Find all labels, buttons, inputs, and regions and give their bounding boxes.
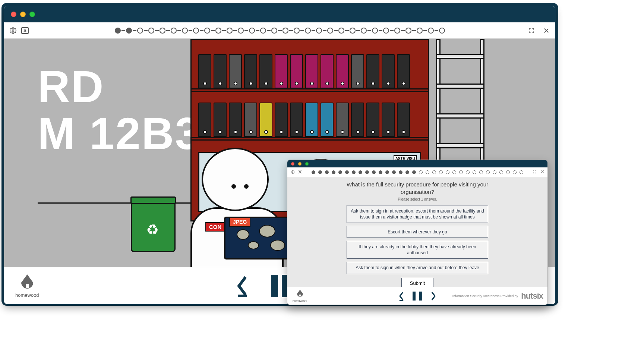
quiz-question: What is the full security procedure for … xyxy=(339,181,496,196)
previous-button[interactable] xyxy=(398,291,404,301)
previous-button[interactable] xyxy=(236,275,249,297)
progress-dot[interactable] xyxy=(473,170,476,174)
progress-dot[interactable] xyxy=(137,28,143,34)
quiz-option[interactable]: Escort them wherever they go xyxy=(347,226,488,238)
progress-dot[interactable] xyxy=(520,170,523,174)
progress-dot[interactable] xyxy=(282,28,288,34)
subtitles-icon[interactable]: S xyxy=(21,27,29,34)
progress-dot[interactable] xyxy=(372,170,376,174)
pause-button[interactable] xyxy=(271,275,288,297)
progress-dot[interactable] xyxy=(432,170,436,174)
close-window-button[interactable] xyxy=(11,12,16,17)
progress-dot[interactable] xyxy=(499,170,503,174)
progress-dot[interactable] xyxy=(439,170,443,174)
progress-dot[interactable] xyxy=(459,170,463,174)
progress-dot[interactable] xyxy=(428,28,434,34)
close-icon[interactable] xyxy=(543,27,550,34)
progress-dot[interactable] xyxy=(426,170,429,174)
quiz-options: Ask them to sign in at reception, escort… xyxy=(347,205,488,274)
quiz-instruction: Please select 1 answer. xyxy=(398,197,437,201)
toolbar: S xyxy=(4,22,555,39)
jpeg-tag: JPEG xyxy=(229,217,250,227)
progress-dot[interactable] xyxy=(493,170,496,174)
progress-dot[interactable] xyxy=(405,28,411,34)
progress-dot[interactable] xyxy=(412,170,416,174)
progress-dot[interactable] xyxy=(238,28,244,34)
progress-dot[interactable] xyxy=(350,28,356,34)
progress-dot[interactable] xyxy=(148,28,154,34)
progress-dot[interactable] xyxy=(439,28,445,34)
progress-dot[interactable] xyxy=(249,28,255,34)
progress-dot[interactable] xyxy=(271,28,277,34)
next-button[interactable] xyxy=(430,291,436,301)
progress-dot[interactable] xyxy=(359,170,362,174)
progress-dot[interactable] xyxy=(383,28,389,34)
progress-dot[interactable] xyxy=(316,28,322,34)
minimize-window-button[interactable] xyxy=(298,162,302,166)
progress-dot[interactable] xyxy=(325,170,329,174)
maximize-window-button[interactable] xyxy=(305,162,309,166)
progress-dot[interactable] xyxy=(171,28,177,34)
progress-dot[interactable] xyxy=(352,170,356,174)
progress-dot[interactable] xyxy=(399,170,402,174)
progress-dot[interactable] xyxy=(227,28,233,34)
progress-dot[interactable] xyxy=(452,170,456,174)
gear-icon[interactable] xyxy=(290,170,295,174)
vendor-logo: hutsix xyxy=(521,291,543,301)
progress-dot[interactable] xyxy=(506,170,510,174)
progress-dot[interactable] xyxy=(405,170,409,174)
progress-dot[interactable] xyxy=(379,170,382,174)
progress-dot[interactable] xyxy=(160,28,165,34)
progress-dot[interactable] xyxy=(372,28,378,34)
binder xyxy=(321,103,334,137)
progress-dot[interactable] xyxy=(417,28,423,34)
progress-dot[interactable] xyxy=(361,28,367,34)
quiz-option[interactable]: Ask them to sign in when they arrive and… xyxy=(347,262,488,274)
progress-dot[interactable] xyxy=(182,28,188,34)
progress-dot[interactable] xyxy=(327,28,333,34)
progress-dot[interactable] xyxy=(332,170,335,174)
progress-dot[interactable] xyxy=(446,170,449,174)
progress-dot[interactable] xyxy=(345,170,349,174)
quiz-window: S What is the full security procedure fo… xyxy=(287,160,548,305)
svg-rect-1 xyxy=(26,284,29,288)
progress-dot[interactable] xyxy=(126,28,132,34)
quiz-option[interactable]: Ask them to sign in at reception, escort… xyxy=(347,205,488,223)
minimize-window-button[interactable] xyxy=(20,12,26,17)
progress-dot[interactable] xyxy=(193,28,199,34)
binder xyxy=(290,103,303,137)
progress-dot[interactable] xyxy=(466,170,470,174)
progress-dot[interactable] xyxy=(294,28,300,34)
progress-dot[interactable] xyxy=(260,28,266,34)
progress-dot[interactable] xyxy=(486,170,490,174)
progress-dot[interactable] xyxy=(338,170,342,174)
progress-dot[interactable] xyxy=(312,170,315,174)
fullscreen-icon[interactable] xyxy=(533,170,537,174)
progress-dot[interactable] xyxy=(394,28,400,34)
progress-dot[interactable] xyxy=(318,170,322,174)
binder xyxy=(397,103,410,137)
gear-icon[interactable] xyxy=(9,27,17,34)
close-icon[interactable] xyxy=(540,170,544,174)
progress-dot[interactable] xyxy=(215,28,221,34)
quiz-footer: homewood Information Security Awareness … xyxy=(287,287,547,305)
subtitles-icon[interactable]: S xyxy=(298,170,302,174)
progress-dot[interactable] xyxy=(392,170,396,174)
quiz-option[interactable]: If they are already in the lobby then th… xyxy=(347,241,488,259)
submit-button[interactable]: Submit xyxy=(401,278,433,287)
maximize-window-button[interactable] xyxy=(29,12,35,17)
close-window-button[interactable] xyxy=(291,162,294,166)
binder xyxy=(275,54,288,88)
fullscreen-icon[interactable] xyxy=(528,27,535,34)
progress-dot[interactable] xyxy=(305,28,311,34)
progress-dot[interactable] xyxy=(385,170,389,174)
binder xyxy=(366,54,379,88)
progress-dot[interactable] xyxy=(365,170,369,174)
progress-dot[interactable] xyxy=(513,170,517,174)
pause-button[interactable] xyxy=(413,292,422,301)
progress-dot[interactable] xyxy=(419,170,423,174)
progress-dot[interactable] xyxy=(479,170,483,174)
progress-dot[interactable] xyxy=(338,28,344,34)
progress-dot[interactable] xyxy=(204,28,210,34)
progress-dot[interactable] xyxy=(115,28,121,34)
